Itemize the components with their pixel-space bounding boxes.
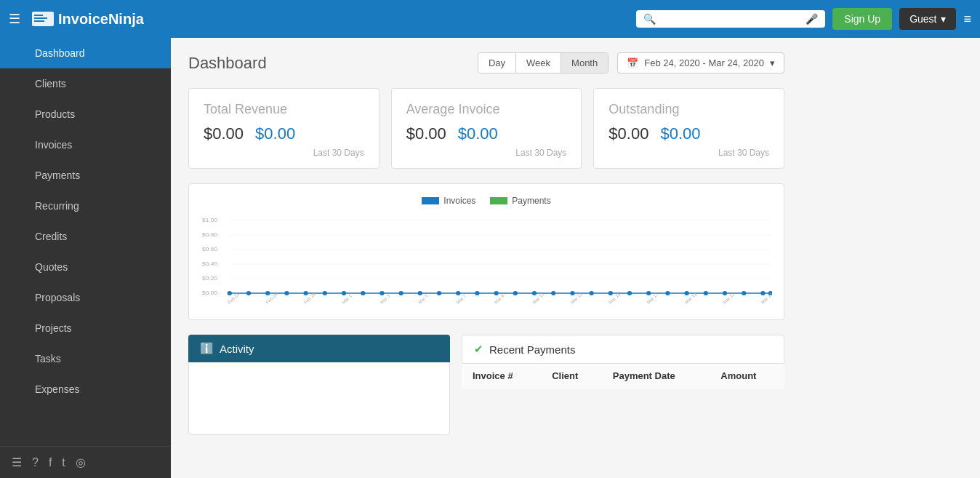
svg-text:$0.80: $0.80 bbox=[202, 231, 217, 238]
sidebar-item-label: Proposals bbox=[35, 292, 80, 303]
sidebar-item-expenses[interactable]: Expenses bbox=[0, 374, 171, 405]
activity-info-icon: ℹ️ bbox=[200, 342, 214, 355]
period-tab-month[interactable]: Month bbox=[561, 53, 608, 73]
footer-github-icon[interactable]: ◎ bbox=[76, 455, 86, 469]
svg-point-39 bbox=[665, 291, 670, 295]
stat-card-sub-1: Last 30 Days bbox=[406, 148, 567, 158]
stat-card-values-2: $0.00 $0.00 bbox=[609, 124, 769, 143]
svg-point-35 bbox=[589, 291, 593, 295]
search-input[interactable] bbox=[660, 14, 801, 25]
legend-payments: Payments bbox=[490, 196, 550, 206]
svg-point-34 bbox=[570, 291, 574, 295]
sidebar-item-payments[interactable]: Payments bbox=[0, 160, 171, 191]
legend-invoices-box bbox=[422, 197, 439, 204]
sidebar-item-label: Credits bbox=[35, 231, 67, 242]
chart-section: Invoices Payments $1.00 $0.80 $0.60 $0.4… bbox=[188, 183, 784, 320]
svg-point-23 bbox=[361, 291, 365, 295]
sidebar-item-proposals[interactable]: Proposals bbox=[0, 282, 171, 313]
svg-point-43 bbox=[742, 291, 746, 295]
svg-point-17 bbox=[246, 291, 251, 295]
stat-card-title-2: Outstanding bbox=[609, 102, 769, 117]
sidebar-item-label: Dashboard bbox=[35, 47, 85, 59]
recent-payments-title: Recent Payments bbox=[489, 343, 575, 356]
date-range-chevron-icon: ▾ bbox=[770, 57, 775, 68]
chart-container: $1.00 $0.80 $0.60 $0.40 $0.20 $0.00 bbox=[201, 213, 772, 308]
svg-point-18 bbox=[265, 291, 270, 295]
sidebar-item-label: Quotes bbox=[35, 261, 68, 273]
recent-payments-section: ✔ Recent Payments Invoice #ClientPayment… bbox=[462, 335, 784, 435]
sidebar-item-invoices[interactable]: Invoices bbox=[0, 130, 171, 160]
date-range-button[interactable]: 📅 Feb 24, 2020 - Mar 24, 2020 ▾ bbox=[617, 52, 784, 73]
payments-col-client: Client bbox=[542, 364, 603, 389]
sidebar-item-recurring[interactable]: Recurring bbox=[0, 191, 171, 221]
svg-point-41 bbox=[704, 291, 708, 295]
stat-cards: Total Revenue $0.00 $0.00 Last 30 Days A… bbox=[188, 88, 784, 169]
footer-help-icon[interactable]: ? bbox=[32, 456, 39, 469]
stat-card-sub-2: Last 30 Days bbox=[609, 148, 769, 158]
footer-twitter-icon[interactable]: t bbox=[62, 456, 65, 469]
svg-point-30 bbox=[494, 291, 498, 295]
legend-invoices: Invoices bbox=[422, 196, 475, 206]
svg-rect-2 bbox=[34, 17, 47, 19]
payments-col-invoice-#: Invoice # bbox=[462, 364, 542, 389]
sidebar-item-label: Recurring bbox=[35, 200, 79, 212]
chart-legend: Invoices Payments bbox=[201, 196, 772, 206]
svg-text:$0.00: $0.00 bbox=[202, 290, 217, 296]
svg-point-25 bbox=[398, 291, 403, 295]
sidebar-footer: ☰ ? f t ◎ bbox=[0, 446, 171, 478]
svg-point-40 bbox=[684, 291, 688, 295]
svg-point-44 bbox=[760, 291, 765, 295]
stat-card-title-0: Total Revenue bbox=[204, 102, 364, 117]
stat-val-blue-1: $0.00 bbox=[458, 124, 498, 143]
footer-facebook-icon[interactable]: f bbox=[49, 456, 52, 469]
stat-val-blue-0: $0.00 bbox=[255, 124, 295, 143]
footer-menu-icon[interactable]: ☰ bbox=[12, 455, 22, 469]
sidebar-item-projects[interactable]: Projects bbox=[0, 313, 171, 343]
activity-title: Activity bbox=[220, 343, 254, 355]
sidebar-item-clients[interactable]: Clients bbox=[0, 68, 171, 99]
page-title: Dashboard bbox=[188, 54, 267, 73]
sidebar-item-credits[interactable]: Credits bbox=[0, 221, 171, 252]
stat-card-2: Outstanding $0.00 $0.00 Last 30 Days bbox=[593, 88, 784, 169]
hamburger-icon[interactable]: ☰ bbox=[9, 11, 20, 27]
app-logo: InvoiceNinja bbox=[32, 11, 144, 28]
period-tab-day[interactable]: Day bbox=[478, 53, 516, 73]
activity-section: ℹ️ Activity bbox=[188, 335, 450, 435]
sidebar-item-label: Clients bbox=[35, 78, 66, 89]
sidebar-item-tasks[interactable]: Tasks bbox=[0, 343, 171, 374]
date-range-text: Feb 24, 2020 - Mar 24, 2020 bbox=[644, 57, 764, 68]
svg-point-24 bbox=[379, 291, 384, 295]
period-tab-week[interactable]: Week bbox=[516, 53, 561, 73]
bottom-sections: ℹ️ Activity ✔ Recent Payments bbox=[188, 335, 784, 435]
svg-text:$0.60: $0.60 bbox=[202, 246, 217, 252]
svg-rect-3 bbox=[34, 20, 44, 22]
guest-button[interactable]: Guest ▾ bbox=[899, 8, 956, 30]
sidebar-item-label: Payments bbox=[35, 170, 80, 181]
search-box[interactable]: 🔍 🎤 bbox=[636, 10, 825, 28]
svg-point-37 bbox=[627, 291, 632, 295]
sidebar-item-quotes[interactable]: Quotes bbox=[0, 252, 171, 282]
svg-point-29 bbox=[475, 291, 479, 295]
sidebar-item-products[interactable]: Products bbox=[0, 99, 171, 130]
svg-point-26 bbox=[418, 291, 422, 295]
content-inner: Dashboard DayWeekMonth 📅 Feb 24, 2020 - … bbox=[188, 52, 784, 435]
check-icon: ✔ bbox=[474, 343, 483, 356]
calendar-icon: 📅 bbox=[627, 57, 638, 68]
svg-point-28 bbox=[456, 291, 460, 295]
signup-button[interactable]: Sign Up bbox=[832, 8, 892, 30]
sidebar-item-label: Tasks bbox=[35, 353, 61, 365]
dashboard-controls: DayWeekMonth 📅 Feb 24, 2020 - Mar 24, 20… bbox=[478, 52, 784, 73]
payments-table: Invoice #ClientPayment DateAmount bbox=[462, 364, 784, 389]
activity-header: ℹ️ Activity bbox=[188, 335, 450, 362]
sidebar-scroll: DashboardClientsProductsInvoicesPayments… bbox=[0, 38, 171, 446]
svg-point-36 bbox=[609, 291, 613, 295]
mic-icon[interactable]: 🎤 bbox=[806, 13, 818, 25]
stat-val-black-1: $0.00 bbox=[406, 124, 446, 143]
stat-val-black-0: $0.00 bbox=[204, 124, 244, 143]
sidebar-item-dashboard[interactable]: Dashboard bbox=[0, 38, 171, 68]
svg-point-38 bbox=[646, 291, 651, 295]
svg-point-27 bbox=[437, 291, 441, 295]
dashboard-header: Dashboard DayWeekMonth 📅 Feb 24, 2020 - … bbox=[188, 52, 784, 73]
more-options-icon[interactable]: ≡ bbox=[963, 12, 971, 27]
stat-val-blue-2: $0.00 bbox=[660, 124, 700, 143]
